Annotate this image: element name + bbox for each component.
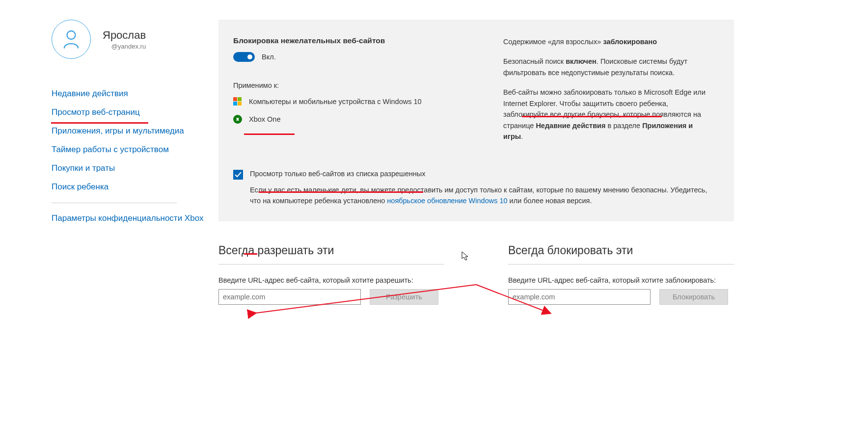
nav-xbox-privacy[interactable]: Параметры конфиденциальности Xbox	[52, 209, 218, 228]
cursor-icon	[461, 251, 469, 264]
adult-content-status: Содержимое «для взрослых» заблокировано	[503, 36, 714, 47]
block-button[interactable]: Блокировать	[659, 289, 728, 305]
svg-line-2	[476, 285, 550, 313]
profile-name: Ярослав	[103, 29, 146, 42]
xbox-logo-icon	[233, 115, 242, 124]
person-icon	[63, 29, 80, 49]
nav-spending[interactable]: Покупки и траты	[52, 159, 218, 178]
allowlist-only-checkbox[interactable]	[233, 170, 243, 180]
nav-screen-time[interactable]: Таймер работы с устройством	[52, 140, 218, 159]
browser-lockdown-info: Веб-сайты можно заблокировать только в M…	[503, 87, 714, 142]
allowlist-only-label: Просмотр только веб-сайтов из списка раз…	[250, 170, 425, 178]
nav-find-child[interactable]: Поиск ребенка	[52, 178, 218, 196]
svg-point-0	[67, 31, 76, 39]
profile-email: @yandex.ru	[103, 43, 146, 50]
nav-apps-games[interactable]: Приложения, игры и мультимедиа	[52, 122, 218, 140]
applies-to-title: Применимо к:	[233, 81, 488, 89]
applies-windows10-label: Компьютеры и мобильные устройства с Wind…	[249, 98, 422, 106]
nav-recent-activity[interactable]: Недавние действия	[52, 84, 218, 103]
annotation-arrow-right	[471, 280, 599, 329]
sidebar-nav: Недавние действия Просмотр веб-страниц П…	[52, 84, 218, 228]
always-block-title: Всегда блокировать эти	[508, 244, 734, 265]
applies-xbox-label: Xbox One	[249, 115, 281, 123]
november-update-link[interactable]: ноябрьское обновление Windows 10	[387, 197, 507, 205]
blocking-title: Блокировка нежелательных веб-сайтов	[233, 36, 488, 45]
check-icon	[235, 172, 242, 178]
blocking-toggle-state: Вкл.	[262, 53, 276, 61]
windows-logo-icon	[233, 97, 242, 106]
avatar	[52, 20, 91, 59]
nav-web-browsing[interactable]: Просмотр веб-страниц	[52, 103, 218, 122]
web-blocking-panel: Блокировка нежелательных веб-сайтов Вкл.…	[218, 20, 734, 221]
allowlist-help-text: Если у вас есть маленькие дети, вы может…	[250, 185, 714, 207]
svg-line-1	[255, 285, 476, 313]
applies-xbox: Xbox One	[233, 115, 488, 124]
profile-header: Ярослав @yandex.ru	[52, 20, 218, 59]
safesearch-status: Безопасный поиск включен. Поисковые сист…	[503, 56, 714, 78]
applies-windows10: Компьютеры и мобильные устройства с Wind…	[233, 97, 488, 106]
always-allow-title: Всегда разрешать эти	[218, 244, 444, 265]
nav-separator	[52, 203, 177, 203]
blocking-toggle[interactable]	[233, 52, 255, 62]
